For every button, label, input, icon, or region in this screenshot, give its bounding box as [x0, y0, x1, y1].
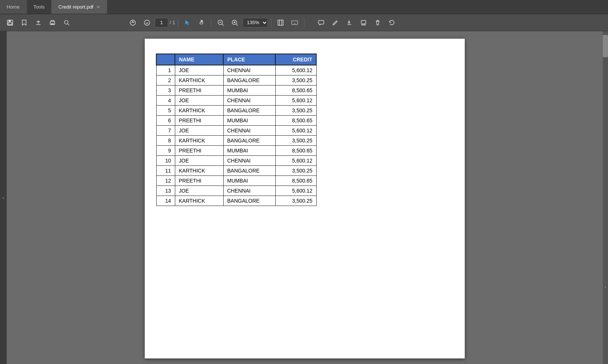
cell-name: KARTHICK: [175, 166, 223, 176]
cell-name: KARTHICK: [175, 136, 223, 146]
cell-name: PREETHI: [175, 116, 223, 126]
cell-num: 6: [156, 116, 175, 126]
right-panel-toggle[interactable]: ›: [603, 284, 608, 290]
cell-num: 14: [156, 196, 175, 206]
page-number-input[interactable]: [155, 18, 168, 28]
tab-home[interactable]: Home: [0, 0, 27, 14]
table-row: 1JOECHENNAI5,600.12: [156, 65, 316, 75]
pdf-viewer[interactable]: NAME PLACE CREDIT 1JOECHENNAI5,600.122KA…: [7, 31, 603, 364]
left-panel-toggle[interactable]: ‹: [0, 31, 7, 364]
tab-tools[interactable]: Tools: [27, 0, 52, 14]
table-row: 10JOECHENNAI5,600.12: [156, 156, 316, 166]
svg-rect-5: [51, 23, 54, 25]
tab-credit-report[interactable]: Credit report.pdf ✕: [52, 0, 107, 14]
delete-button[interactable]: [371, 16, 384, 29]
pen-button[interactable]: [329, 16, 342, 29]
hand-tool-button[interactable]: [195, 16, 208, 29]
prev-page-button[interactable]: [127, 16, 139, 29]
cursor-tool-button[interactable]: [181, 16, 194, 29]
cell-place: MUMBAI: [223, 86, 275, 96]
annotation-tools: [315, 16, 398, 29]
sep4: [304, 18, 304, 27]
table-row: 13JOECHENNAI5,600.12: [156, 186, 316, 196]
svg-rect-18: [278, 20, 283, 25]
cell-credit: 3,500.25: [275, 106, 316, 116]
cell-name: KARTHICK: [175, 196, 223, 206]
cell-num: 10: [156, 156, 175, 166]
cell-place: MUMBAI: [223, 116, 275, 126]
cell-place: CHENNAI: [223, 96, 275, 106]
main-area: ‹ NAME PLACE CREDIT 1JOECHENNAI5,600.122…: [0, 31, 608, 364]
cell-credit: 8,500.65: [275, 176, 316, 186]
col-header-place: PLACE: [223, 54, 275, 65]
cell-credit: 8,500.65: [275, 86, 316, 96]
cell-credit: 3,500.25: [275, 196, 316, 206]
toolbar: / 1 135% 100% 150% 200% 75% 50%: [0, 14, 608, 31]
cell-num: 8: [156, 136, 175, 146]
svg-rect-2: [8, 23, 12, 25]
cell-credit: 5,600.12: [275, 96, 316, 106]
next-page-button[interactable]: [141, 16, 153, 29]
svg-marker-10: [185, 20, 189, 25]
cell-name: JOE: [175, 186, 223, 196]
cell-place: BANGALORE: [223, 136, 275, 146]
cell-name: PREETHI: [175, 176, 223, 186]
col-header-num: [156, 54, 175, 65]
svg-point-6: [64, 20, 68, 24]
cell-name: JOE: [175, 65, 223, 75]
scrollbar-thumb[interactable]: [603, 35, 608, 57]
tab-tools-label: Tools: [33, 4, 45, 10]
save-button[interactable]: [4, 16, 16, 29]
cell-name: KARTHICK: [175, 106, 223, 116]
search-button[interactable]: [60, 16, 73, 29]
cell-credit: 5,600.12: [275, 126, 316, 136]
keyboard-button[interactable]: [288, 16, 301, 29]
cell-credit: 8,500.65: [275, 116, 316, 126]
fit-page-button[interactable]: [274, 16, 287, 29]
cell-place: BANGALORE: [223, 196, 275, 206]
scrollbar-track[interactable]: ›: [603, 31, 608, 364]
table-row: 7JOECHENNAI5,600.12: [156, 126, 316, 136]
zoom-out-button[interactable]: [214, 16, 227, 29]
svg-rect-30: [361, 20, 366, 24]
cell-credit: 3,500.25: [275, 75, 316, 86]
cell-place: MUMBAI: [223, 146, 275, 156]
table-row: 5KARTHICKBANGALORE3,500.25: [156, 106, 316, 116]
table-row: 6PREETHIMUMBAI8,500.65: [156, 116, 316, 126]
upload-button[interactable]: [32, 16, 45, 29]
cell-num: 13: [156, 186, 175, 196]
print-button[interactable]: [46, 16, 59, 29]
cell-place: CHENNAI: [223, 126, 275, 136]
stamp-button[interactable]: [357, 16, 370, 29]
cell-name: PREETHI: [175, 146, 223, 156]
tab-home-label: Home: [7, 4, 20, 10]
col-header-name: NAME: [175, 54, 223, 65]
table-row: 12PREETHIMUMBAI8,500.65: [156, 176, 316, 186]
svg-line-17: [236, 24, 238, 26]
svg-marker-3: [22, 20, 26, 25]
cell-num: 9: [156, 146, 175, 156]
cell-num: 3: [156, 86, 175, 96]
svg-rect-29: [319, 20, 324, 24]
cell-credit: 5,600.12: [275, 65, 316, 75]
cell-place: MUMBAI: [223, 176, 275, 186]
pdf-page: NAME PLACE CREDIT 1JOECHENNAI5,600.122KA…: [145, 39, 465, 358]
undo-button[interactable]: [385, 16, 398, 29]
tab-close-icon[interactable]: ✕: [96, 4, 100, 10]
cell-place: BANGALORE: [223, 166, 275, 176]
zoom-in-button[interactable]: [228, 16, 241, 29]
cell-num: 4: [156, 96, 175, 106]
svg-point-9: [144, 20, 150, 25]
cell-name: JOE: [175, 156, 223, 166]
bookmark-button[interactable]: [18, 16, 31, 29]
svg-rect-1: [9, 20, 11, 22]
highlight-button[interactable]: [343, 16, 356, 29]
cell-place: CHENNAI: [223, 186, 275, 196]
tab-credit-report-label: Credit report.pdf: [58, 4, 93, 10]
cell-num: 1: [156, 65, 175, 75]
nav-controls: / 1: [127, 16, 175, 29]
comment-button[interactable]: [315, 16, 327, 29]
cell-name: JOE: [175, 126, 223, 136]
sep2: [211, 18, 211, 27]
zoom-select[interactable]: 135% 100% 150% 200% 75% 50%: [243, 18, 268, 28]
